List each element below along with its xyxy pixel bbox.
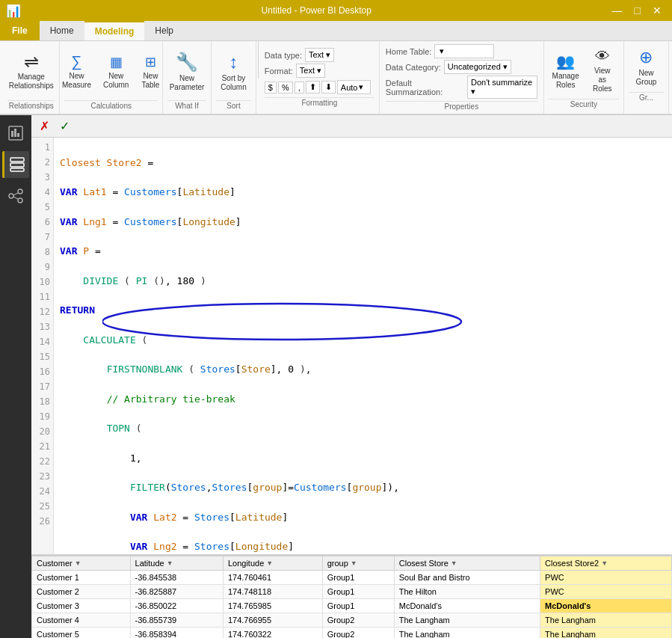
properties-group: Home Table: ▾ Data Category: Uncategoriz… [380, 41, 544, 114]
default-summarization-label: Default Summarization: [386, 79, 464, 96]
svg-point-9 [18, 198, 22, 203]
group-col-label: group [327, 559, 348, 568]
confirm-edit-button[interactable]: ✓ [56, 117, 73, 135]
sidebar-icon-model[interactable] [2, 182, 29, 209]
cell-closest-store2-3: The Langham [540, 613, 672, 628]
new-group-button[interactable]: ⊕ NewGroup [631, 44, 662, 91]
table-row: Customer 4 -36.855739 174.766955 Group2 … [32, 613, 672, 628]
code-line-11: 1, [60, 451, 666, 466]
new-table-button[interactable]: ⊞ NewTable [135, 50, 165, 93]
col-header-closest-store: Closest Store ▼ [394, 556, 540, 571]
data-table-area: Customer ▼ Latitude ▼ Lo [31, 554, 672, 638]
cell-closest-store-0: Soul Bar and Bistro [394, 571, 540, 585]
properties-label: Properties [386, 101, 537, 111]
tab-strip: File Home Modeling Help [0, 21, 672, 41]
data-category-value: Uncategorized ▾ [448, 62, 508, 72]
calculations-group-label: Calculations [64, 100, 158, 111]
svg-rect-3 [17, 133, 19, 137]
latitude-filter-btn[interactable]: ▼ [167, 559, 173, 567]
cancel-edit-button[interactable]: ✗ [36, 117, 53, 135]
new-parameter-button[interactable]: 🔧 NewParameter [164, 48, 210, 96]
maximize-icon[interactable]: □ [630, 3, 645, 18]
new-column-icon: ▦ [110, 54, 123, 70]
increase-decimal-btn[interactable]: ⬆ [306, 81, 320, 93]
customer-filter-btn[interactable]: ▼ [75, 559, 81, 567]
table-row: Customer 1 -36.845538 174.760461 Group1 … [32, 571, 672, 585]
cell-closest-store-4: The Langham [394, 628, 540, 639]
closest-store-filter-btn[interactable]: ▼ [451, 559, 457, 567]
security-group: 👥 ManageRoles 👁 View asRoles Security [544, 41, 624, 114]
data-type-dropdown[interactable]: Text ▾ [305, 48, 334, 62]
ribbon: File Home Modeling Help ⇌ Manage Relatio… [0, 21, 672, 115]
sidebar-icon-data[interactable] [2, 151, 29, 178]
auto-dropdown[interactable]: Auto ▾ [337, 80, 371, 94]
col-header-customer: Customer ▼ [32, 556, 131, 571]
new-parameter-icon: 🔧 [176, 52, 198, 73]
code-line-13: VAR Lat2 = Stores[Latitude] [60, 510, 666, 525]
new-measure-button[interactable]: ∑ NewMeasure [57, 49, 96, 93]
cell-group-3: Group2 [322, 613, 394, 628]
group-filter-btn[interactable]: ▼ [351, 559, 357, 567]
cell-closest-store-2: McDonald's [394, 599, 540, 613]
view-as-roles-button[interactable]: 👁 View asRoles [586, 44, 620, 97]
format-row: Format: Text ▾ [265, 63, 374, 79]
calculations-items: ∑ NewMeasure ▦ NewColumn ⊞ NewTable [57, 44, 165, 99]
tab-home[interactable]: Home [40, 21, 84, 40]
home-table-row: Home Table: ▾ [386, 43, 537, 59]
cell-customer-4: Customer 5 [32, 628, 131, 639]
tab-help[interactable]: Help [144, 21, 184, 40]
sort-items: ↕ Sort byColumn [215, 44, 251, 99]
new-column-button[interactable]: ▦ NewColumn [98, 50, 134, 93]
percent-btn[interactable]: % [278, 82, 293, 93]
left-sidebar [0, 115, 31, 638]
data-category-dropdown[interactable]: Uncategorized ▾ [444, 60, 511, 74]
cell-group-0: Group1 [322, 571, 394, 585]
col-header-latitude: Latitude ▼ [130, 556, 223, 571]
cell-closest-store2-2: McDonald's [540, 599, 672, 613]
table-row: Customer 5 -36.858394 174.760322 Group2 … [32, 628, 672, 639]
separator-1 [258, 41, 259, 79]
closest-store2-filter-btn[interactable]: ▼ [601, 559, 608, 567]
decrease-decimal-btn[interactable]: ⬇ [321, 81, 336, 93]
default-summarization-value: Don't summarize ▾ [471, 78, 534, 96]
currency-btn[interactable]: $ [265, 82, 277, 93]
svg-point-7 [9, 194, 13, 198]
home-table-dropdown[interactable]: ▾ [434, 44, 494, 58]
home-table-label: Home Table: [386, 47, 432, 56]
cell-closest-store2-0: PWC [540, 571, 672, 585]
code-line-4: VAR P = [60, 244, 666, 259]
comma-btn[interactable]: , [295, 82, 304, 93]
tab-file[interactable]: File [0, 21, 40, 40]
col-header-longitude: Longitude ▼ [223, 556, 322, 571]
default-summarization-dropdown[interactable]: Don't summarize ▾ [467, 76, 537, 99]
view-as-roles-icon: 👁 [595, 48, 610, 65]
sort-by-column-label: Sort byColumn [221, 74, 246, 92]
title-text: Untitled - Power BI Desktop [25, 5, 608, 16]
sidebar-icon-report[interactable] [2, 120, 29, 147]
customer-col-label: Customer [37, 559, 73, 568]
tab-modeling[interactable]: Modeling [84, 21, 145, 40]
new-table-icon: ⊞ [145, 54, 156, 70]
manage-relationships-button[interactable]: ⇌ Manage Relationships [4, 49, 59, 94]
close-icon[interactable]: ✕ [648, 3, 666, 18]
format-dropdown[interactable]: Text ▾ [296, 64, 325, 78]
cell-customer-3: Customer 4 [32, 613, 131, 628]
default-summarization-row: Default Summarization: Don't summarize ▾ [386, 75, 537, 99]
format-buttons-row: $ % , ⬆ ⬇ Auto ▾ [265, 79, 374, 96]
cell-latitude-3: -36.855739 [130, 613, 223, 628]
longitude-filter-btn[interactable]: ▼ [266, 559, 273, 567]
minimize-icon[interactable]: — [608, 3, 627, 18]
new-table-label: NewTable [141, 72, 159, 90]
manage-relationships-label: Manage Relationships [9, 73, 54, 91]
sort-by-column-button[interactable]: ↕ Sort byColumn [215, 48, 251, 96]
code-line-8: FIRSTNONBLANK ( Stores[Store], 0 ), [60, 362, 666, 377]
cell-closest-store2-4: The Langham [540, 628, 672, 639]
code-content[interactable]: Closest Store2 = VAR Lat1 = Customers[La… [54, 138, 672, 554]
ribbon-group-newgroup: ⊕ NewGroup Gr... [624, 41, 669, 114]
code-editor[interactable]: 1 2 3 4 5 6 7 8 9 10 11 12 13 14 15 16 1… [31, 138, 672, 554]
ribbon-group-sort: ↕ Sort byColumn Sort [212, 41, 256, 114]
app-icon: 📊 [6, 4, 21, 18]
main-area: ✗ ✓ 1 2 3 4 5 6 7 8 9 10 11 12 13 14 15 … [0, 115, 672, 638]
data-category-row: Data Category: Uncategorized ▾ [386, 59, 537, 75]
manage-roles-button[interactable]: 👥 ManageRoles [549, 44, 583, 97]
